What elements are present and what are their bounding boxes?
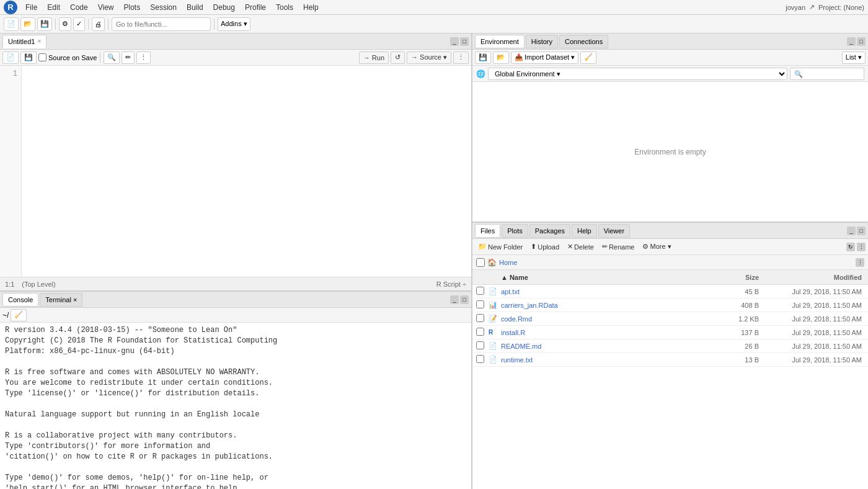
files-tab-viewer[interactable]: Viewer [598,224,630,238]
menu-profile[interactable]: Profile [241,2,270,13]
delete-button[interactable]: ✕ Delete [564,241,597,253]
menu-edit[interactable]: Edit [43,2,64,13]
import-dataset-button[interactable]: 📥 Import Dataset ▾ [511,52,578,64]
more-icon: ⚙ [642,243,649,251]
file-link-code[interactable]: code.Rmd [501,315,532,323]
files-refresh-button[interactable]: ↻ [846,243,855,251]
console-line-8 [5,399,466,410]
files-maximize-button[interactable]: □ [857,227,866,235]
file-link-carriers[interactable]: carriers_jan.RData [501,302,558,309]
env-minimize-button[interactable]: _ [847,37,856,46]
more-files-button[interactable]: ⚙ More ▾ [639,241,674,253]
toolbar-sep-1 [55,19,56,30]
file-check-runtime[interactable] [476,355,484,363]
addins-button[interactable]: Addins ▾ [218,17,250,31]
list-view-button[interactable]: List ▾ [842,52,866,64]
env-tab-connections[interactable]: Connections [559,35,608,48]
files-select-all[interactable] [476,258,485,267]
size-col-header[interactable]: Size [722,274,759,281]
file-link-runtime[interactable]: runtime.txt [501,356,533,364]
menu-plots[interactable]: Plots [120,2,145,13]
menu-view[interactable]: View [94,2,118,13]
path-menu-button[interactable]: ⋮ [856,258,864,267]
new-file-button[interactable]: 📄 [2,52,19,64]
console-tab-terminal[interactable]: Terminal × [40,293,82,307]
files-tab-packages[interactable]: Packages [529,224,570,238]
open-file-button[interactable]: 📂 [20,17,35,31]
env-tab-environment[interactable]: Environment [475,35,525,48]
run-button[interactable]: → Run [359,52,389,64]
goto-input[interactable] [112,17,211,31]
source-button[interactable]: → Source ▾ [407,52,451,64]
menu-help[interactable]: Help [299,2,323,13]
username: jovyan [786,4,805,11]
new-folder-button[interactable]: 📁 New Folder [475,241,526,253]
env-search-input[interactable] [790,68,864,80]
file-icon-readme: 📄 [489,342,500,350]
global-env-select[interactable]: Global Environment ▾ [488,68,787,80]
menu-debug[interactable]: Debug [209,2,239,13]
modified-col-header[interactable]: Modified [759,274,864,281]
env-maximize-button[interactable]: □ [857,37,866,46]
save-env-button[interactable]: 💾 [475,52,491,64]
menu-session[interactable]: Session [146,2,181,13]
file-check-code[interactable] [476,314,484,322]
code-tools-button[interactable]: ✏ [122,52,135,64]
files-tab-files[interactable]: Files [475,224,500,238]
upload-button[interactable]: ⬆ Upload [528,241,562,253]
print-button[interactable]: 🖨 [92,17,105,31]
file-link-apt[interactable]: apt.txt [501,288,520,295]
file-check-readme[interactable] [476,341,484,349]
file-check-carriers[interactable] [476,300,484,308]
knit-button[interactable]: ⚙ [59,17,71,31]
save-button[interactable]: 💾 [37,17,52,31]
files-tab-help[interactable]: Help [572,224,597,238]
console-content[interactable]: R version 3.4.4 (2018-03-15) -- "Someone… [0,323,471,489]
file-icon-install: R [489,329,500,336]
files-options-button[interactable]: ⋮ [857,243,866,251]
editor-tab-untitled1[interactable]: Untitled1 × [2,35,46,48]
menu-build[interactable]: Build [182,2,208,13]
clear-console-button[interactable]: 🧹 [11,309,27,321]
console-maximize-button[interactable]: □ [460,295,469,304]
find-button[interactable]: 🔍 [104,52,120,64]
load-env-button[interactable]: 📂 [493,52,509,64]
source-on-save-checkbox[interactable] [38,53,46,61]
menu-tools[interactable]: Tools [272,2,298,13]
editor-more-button[interactable]: ⋮ [453,52,469,64]
spellcheck-button[interactable]: ✓ [73,17,85,31]
editor-save-button[interactable]: 💾 [20,52,37,64]
rename-button[interactable]: ✏ Rename [599,241,638,253]
source-on-save-label[interactable]: Source on Save [38,53,97,61]
file-size-readme: 26 B [722,343,759,350]
clear-env-button[interactable]: 🧹 [580,52,596,64]
files-tab-plots[interactable]: Plots [502,224,528,238]
editor-minimize-button[interactable]: _ [450,37,459,46]
file-check-install[interactable] [476,328,484,336]
file-icon-runtime: 📄 [489,356,500,364]
console-line-11: R is a collaborative project with many c… [5,431,466,441]
globe-icon: 🌐 [476,70,485,78]
console-minimize-button[interactable]: _ [450,295,459,304]
files-minimize-button[interactable]: _ [847,227,856,235]
home-icon: 🏠 [487,258,497,267]
env-tab-history[interactable]: History [526,35,558,48]
tab-close-icon[interactable]: × [37,38,41,45]
more-button[interactable]: ⋮ [136,52,151,64]
new-script-button[interactable]: 📄 [4,17,19,31]
home-link[interactable]: Home [499,259,517,266]
console-line-16: 'help.start()' for an HTML browser inter… [5,483,466,489]
top-level: (Top Level) [22,280,55,288]
editor-maximize-button[interactable]: □ [460,37,469,46]
files-header: ▲ Name Size Modified [472,270,868,285]
name-col-header[interactable]: Name [510,274,528,281]
file-check-apt[interactable] [476,287,484,295]
file-link-readme[interactable]: README.md [501,343,541,350]
re-run-button[interactable]: ↺ [391,52,405,64]
menu-code[interactable]: Code [66,2,92,13]
console-tab-console[interactable]: Console [2,293,38,307]
file-link-install[interactable]: install.R [501,329,525,336]
menu-file[interactable]: File [21,2,42,13]
environment-panel: Environment History Connections _ □ 💾 📂 … [472,34,868,223]
code-editor[interactable] [22,66,471,277]
